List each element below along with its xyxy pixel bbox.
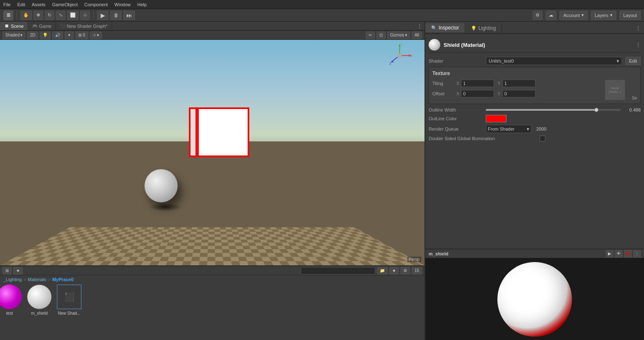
unity-logo: ☰ (3, 10, 13, 20)
all-label: All (415, 33, 419, 37)
account-dropdown[interactable]: Account ▾ (560, 11, 588, 20)
menu-edit[interactable]: Edit (17, 2, 25, 7)
render-queue-label: Render Queue (429, 126, 482, 131)
tiling-y-input[interactable] (502, 80, 535, 87)
scene-tabs-more[interactable]: ⋮ (415, 22, 425, 30)
favorite-icon[interactable]: ★ (13, 267, 23, 274)
pause-button[interactable]: ⏸ (110, 11, 122, 20)
tiling-x-input[interactable] (461, 80, 494, 87)
offset-x-input[interactable] (461, 90, 494, 97)
shading-mode-dropdown[interactable]: Shaded ▾ (2, 32, 25, 39)
preview-area: m_shield ▶ 👁 ⏺ ⋮ (425, 249, 644, 340)
breadcrumb-materials[interactable]: Materials (28, 277, 46, 282)
breadcrumb-sep-1: > (24, 277, 26, 282)
texture-set-btn[interactable]: Se (632, 96, 637, 100)
add-folder-icon[interactable]: ⊞ (2, 267, 12, 274)
offset-y-input[interactable] (502, 90, 535, 97)
preview-more-btn[interactable]: ⋮ (633, 250, 641, 257)
material-options[interactable]: ⋮ (636, 42, 641, 48)
inspector-more[interactable]: ⋮ (632, 23, 644, 33)
tab-lighting[interactable]: 💡 Lighting (465, 23, 502, 33)
folder-icon[interactable]: 📁 (377, 267, 388, 274)
tab-shader-graph[interactable]: ⬛ New Shader Graph* (56, 22, 112, 30)
outline-color-swatch[interactable] (486, 115, 507, 122)
layout-dropdown[interactable]: Layout (620, 11, 641, 20)
svg-text:Z: Z (389, 62, 391, 66)
search-scene-input[interactable]: All (412, 32, 422, 39)
render-queue-dropdown[interactable]: From Shader ▾ (486, 125, 531, 133)
layers-dropdown[interactable]: Layers ▾ (591, 11, 616, 20)
overlay-toggle[interactable]: ⊞ 0 (75, 32, 88, 39)
scene-area: 🔲 Scene 🎮 Game ⬛ New Shader Graph* ⋮ Sha… (0, 22, 425, 340)
hide-tools-icon[interactable]: ✂ (366, 32, 375, 39)
preview-toolbar: m_shield ▶ 👁 ⏺ ⋮ (425, 249, 644, 258)
menu-gameobject[interactable]: GameObject (52, 2, 78, 7)
preview-toolbar-right: ▶ 👁 ⏺ ⋮ (606, 250, 641, 257)
scene-viewport[interactable]: Y X Z Persp (0, 40, 425, 265)
tab-inspector[interactable]: 🔍 Inspector (425, 23, 465, 33)
texture-placeholder[interactable]: None(Textu...) (605, 80, 625, 100)
asset-item-shader[interactable]: ⬛ New Shad... (57, 284, 82, 316)
tab-game[interactable]: 🎮 Game (28, 22, 56, 30)
additional-toggle[interactable]: ⊹ ▾ (90, 32, 102, 39)
render-queue-row: Render Queue From Shader ▾ 2000 (429, 125, 641, 133)
play-button[interactable]: ▶ (97, 11, 109, 20)
offset-y-label: Y (497, 91, 500, 96)
menu-window[interactable]: Window (114, 2, 130, 7)
account-label: Account (563, 13, 580, 18)
outline-width-value: 0.486 (624, 107, 641, 112)
asset-item-mshield[interactable]: m_shield (27, 284, 52, 316)
settings-icon[interactable]: ⚙ (400, 267, 410, 274)
transform-scale-tool[interactable]: ⤡ (56, 11, 65, 20)
outline-width-row: Outline Width 0.486 (429, 107, 641, 112)
fx-toggle[interactable]: ✦ (65, 32, 74, 39)
transform-all-tool[interactable]: ⊹ (80, 11, 90, 20)
double-sided-checkbox[interactable] (540, 136, 545, 141)
preview-sphere-container (425, 258, 644, 340)
top-menu-bar: File Edit Assets GameObject Component Wi… (0, 0, 644, 9)
count-label: 15 (412, 267, 422, 274)
tab-scene[interactable]: 🔲 Scene (0, 22, 28, 30)
menu-component[interactable]: Component (84, 2, 108, 7)
shader-label: Shader (429, 58, 482, 63)
outline-color-row: OutLine Color (429, 115, 641, 122)
texture-section: Texture Tiling X Y (429, 67, 641, 104)
menu-assets[interactable]: Assets (32, 2, 46, 7)
outline-width-slider[interactable] (486, 109, 621, 111)
gizmos-chevron: ▾ (405, 33, 407, 37)
search-input[interactable] (301, 267, 375, 274)
transform-move-tool[interactable]: ✥ (34, 11, 43, 20)
aspect-ratio-icon[interactable]: ⊡ (376, 32, 386, 39)
preview-play-btn[interactable]: ▶ (606, 250, 613, 257)
asset-icon-shader: ⬛ (57, 284, 82, 309)
star-icon[interactable]: ★ (389, 267, 399, 274)
settings-icon-btn[interactable]: ⚙ (533, 11, 543, 20)
gizmos-dropdown[interactable]: Gizmos ▾ (387, 32, 410, 39)
shader-edit-button[interactable]: Edit (625, 57, 641, 65)
asset-label-shader: New Shad... (58, 311, 80, 316)
transform-hand-tool[interactable]: ✋ (20, 11, 32, 20)
light-toggle[interactable]: 💡 (40, 32, 51, 39)
main-toolbar: ☰ ✋ ✥ ↻ ⤡ ⬜ ⊹ ▶ ⏸ ⏭ ⚙ ☁ Account ▾ Layers… (0, 9, 644, 22)
cloud-icon-btn[interactable]: ☁ (546, 11, 556, 20)
svg-rect-9 (398, 53, 402, 58)
axis-gizmo[interactable]: Y X Z (387, 43, 412, 68)
audio-toggle[interactable]: 🔊 (52, 32, 63, 39)
scene-tabs: 🔲 Scene 🎮 Game ⬛ New Shader Graph* ⋮ (0, 22, 425, 31)
scene-sphere (145, 169, 178, 202)
breadcrumb-lighting[interactable]: _Lighting (3, 277, 22, 282)
menu-file[interactable]: File (3, 2, 11, 7)
material-icon (429, 39, 440, 51)
asset-item-test[interactable]: test (0, 284, 22, 316)
shader-dropdown[interactable]: Unlit/s_test0 ▾ (486, 57, 622, 65)
step-button[interactable]: ⏭ (123, 11, 135, 20)
preview-record-btn[interactable]: ⏺ (624, 250, 632, 257)
tiling-x-label: X (456, 81, 459, 86)
preview-eye-btn[interactable]: 👁 (615, 250, 622, 257)
2d-mode-toggle[interactable]: 2D (27, 32, 38, 39)
tiling-y-group: Y (497, 80, 535, 87)
transform-rect-tool[interactable]: ⬜ (67, 11, 79, 20)
material-title: Shield (Material) (444, 42, 632, 48)
menu-help[interactable]: Help (137, 2, 147, 7)
transform-rotate-tool[interactable]: ↻ (45, 11, 54, 20)
